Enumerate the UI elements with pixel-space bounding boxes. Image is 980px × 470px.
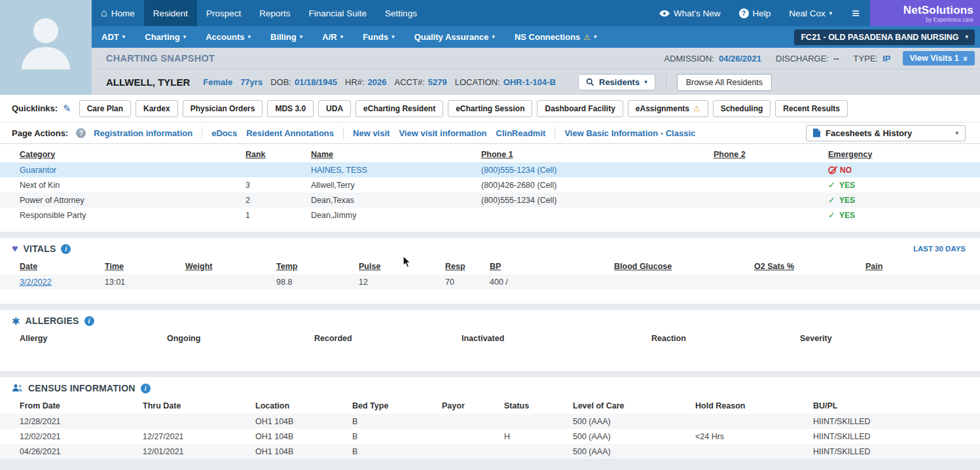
col-header-bp[interactable]: BP [490,262,614,271]
census-info-icon[interactable]: i [141,384,151,393]
col-header-pulse[interactable]: Pulse [359,262,445,271]
quicklink-label: Kardex [143,104,170,113]
page-actions-help-icon[interactable]: ? [76,128,86,138]
module-quality-assurance[interactable]: Quality Assurance▾ [405,26,505,48]
module-charting[interactable]: Charting▾ [135,26,196,48]
quicklink-eassignments[interactable]: eAssignments⚠ [628,100,708,117]
residents-label: Residents [599,77,640,87]
module-ns-connections[interactable]: NS Connections⚠▾ [505,26,607,48]
action-clinreadmit[interactable]: ClinReadmit [496,128,546,138]
col-header-name[interactable]: Name [311,150,481,159]
module-label: Charting [145,32,179,42]
col-header-category[interactable]: Category [20,150,245,159]
whats-new-button[interactable]: What's New [650,0,730,26]
nav-item-resident[interactable]: Resident [144,0,197,26]
quicklink-dashboard-facility[interactable]: Dashboard Facility [537,100,623,117]
vitals-info-icon[interactable]: i [61,244,71,254]
census-cell: 12/02/2021 [20,432,143,441]
user-menu-button[interactable]: Neal Cox ▾ [780,0,841,26]
contact-row[interactable]: Next of Kin3Allwell,Terry(800)426-2680 (… [0,177,980,192]
help-button[interactable]: ? Help [730,0,780,26]
vitals-date-link[interactable]: 3/2/2022 [20,278,105,287]
divider [666,75,666,90]
col-header-emergency[interactable]: Emergency [828,150,970,159]
contact-row[interactable]: Responsible Party1Dean,Jimmy✓YES [0,208,980,223]
brand-subtitle: by Experience.care [926,16,973,23]
vitals-row[interactable]: 3/2/202213:0198.81270400 / [0,274,980,289]
nav-item-prospect[interactable]: Prospect [197,0,250,26]
action-edocs[interactable]: eDocs [211,128,237,138]
admission-date: 04/26/2021 [719,54,761,63]
resident-photo-placeholder[interactable] [0,0,92,95]
census-cell: <24 Hrs [695,432,813,441]
col-header-rank[interactable]: Rank [245,150,311,159]
module-funds[interactable]: Funds▾ [353,26,405,48]
col-header-phone-2[interactable]: Phone 2 [714,150,828,159]
quicklinks-buttons: Care PlanKardexPhysician OrdersMDS 3.0UD… [79,100,848,117]
allergies-info-icon[interactable]: i [84,316,94,326]
quicklink-physician-orders[interactable]: Physician Orders [183,100,263,117]
census-row[interactable]: 04/26/202112/01/2021OH1 104BB500 (AAA)HI… [0,444,980,459]
vitals-cell: 12 [359,278,445,287]
action-view-visit-information[interactable]: View visit information [399,128,486,138]
col-header-phone-1[interactable]: Phone 1 [481,150,714,159]
col-header-blood-glucose[interactable]: Blood Glucose [614,262,754,271]
quicklink-echarting-session[interactable]: eCharting Session [448,100,532,117]
quicklink-scheduling[interactable]: Scheduling [713,100,771,117]
residents-search-dropdown[interactable]: Residents ▾ [578,74,655,90]
census-row[interactable]: 12/28/2021OH1 104BB500 (AAA)HIINT/SKILLE… [0,414,980,429]
quicklink-echarting-resident[interactable]: eCharting Resident [355,100,443,117]
col-header-resp[interactable]: Resp [445,262,490,271]
col-header-time[interactable]: Time [105,262,185,271]
quicklink-mds-3-0[interactable]: MDS 3.0 [267,100,314,117]
chevron-down-icon: ▾ [340,34,344,40]
module-a-r[interactable]: A/R▾ [312,26,353,48]
nav-item-settings[interactable]: Settings [376,0,426,26]
facesheets-history-dropdown[interactable]: Facesheets & History ▾ [806,125,966,141]
census-icon [12,384,23,393]
census-cell: OH1 104B [255,417,352,426]
brand-name: NetSolutions [903,4,973,17]
contact-rank: 3 [245,181,311,190]
allergies-title: ALLERGIES [26,316,79,326]
col-header-date[interactable]: Date [20,262,105,271]
nav-item-home[interactable]: ⌂Home [92,0,144,26]
nav-item-financial-suite[interactable]: Financial Suite [300,0,376,26]
view-visits-button[interactable]: View Visits 1 » [903,51,975,65]
module-adt[interactable]: ADT▾ [92,26,135,48]
admission-label: ADMISSION: [664,54,714,63]
nav-item-label: Settings [385,9,417,18]
nav-item-reports[interactable]: Reports [250,0,299,26]
module-accounts[interactable]: Accounts▾ [196,26,261,48]
contact-row[interactable]: Power of Attorney2Dean,Texas(800)555-123… [0,192,980,208]
quicklink-recent-results[interactable]: Recent Results [775,100,848,117]
quicklink-kardex[interactable]: Kardex [136,100,178,117]
vitals-cell: 98.8 [276,278,359,287]
page-actions-links: Registration informationeDocsResident An… [94,127,695,139]
hamburger-menu-icon[interactable]: ≡ [841,0,870,26]
action-resident-annotations[interactable]: Resident Annotations [246,128,334,138]
census-row[interactable]: 12/02/202112/27/2021OH1 104BBH500 (AAA)<… [0,429,980,444]
module-billing[interactable]: Billing▾ [261,26,312,48]
facility-selector[interactable]: FC21 - OLD PASADENA BAND NURSING ▾ [794,29,975,45]
contact-emergency: ✓YES [828,195,970,205]
module-nav: ADT▾Charting▾Accounts▾Billing▾A/R▾Funds▾… [92,26,980,48]
census-cell: 12/01/2021 [143,447,255,456]
quicklink-uda[interactable]: UDA [318,100,351,117]
contact-name: Dean,Jimmy [311,211,481,220]
quicklink-care-plan[interactable]: Care Plan [79,100,131,117]
action-new-visit[interactable]: New visit [353,128,390,138]
action-view-basic-information-classic[interactable]: View Basic Information - Classic [564,128,695,138]
quicklink-label: MDS 3.0 [275,104,306,113]
browse-all-residents-button[interactable]: Browse All Residents [677,74,772,91]
col-header-o2-sats[interactable]: O2 Sats % [754,262,865,271]
col-header-temp[interactable]: Temp [276,262,359,271]
census-cell: HIINT/SKILLED [813,417,970,426]
col-header-bed-type: Bed Type [352,401,442,410]
action-registration-information[interactable]: Registration information [94,128,192,138]
col-header-weight[interactable]: Weight [185,262,276,271]
col-header-pain[interactable]: Pain [865,262,970,271]
quicklink-label: Scheduling [721,104,763,113]
contact-row[interactable]: GuarantorHAINES, TESS(800)555-1234 (Cell… [0,162,980,177]
edit-quicklinks-icon[interactable]: ✎ [63,103,71,115]
